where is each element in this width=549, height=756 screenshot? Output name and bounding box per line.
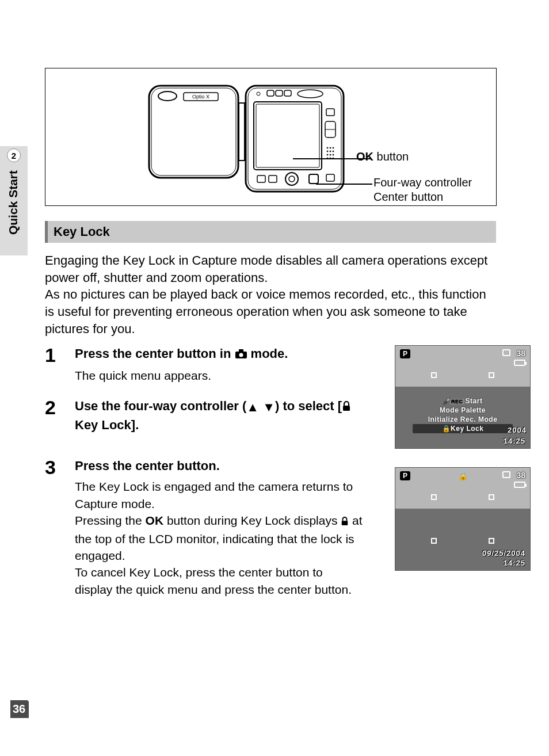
shots-remaining: 38 (516, 349, 525, 358)
svg-point-18 (330, 147, 331, 148)
svg-point-19 (333, 147, 334, 148)
lcd-year: 2004 (508, 426, 527, 434)
shots-remaining: 38 (516, 471, 525, 480)
camera-diagram: Optio X (45, 68, 497, 206)
mode-badge: P (400, 471, 410, 480)
section-heading-key-lock: Key Lock (45, 221, 496, 243)
svg-point-20 (327, 151, 328, 152)
intro-paragraph: Engaging the Key Lock in Capture mode di… (45, 252, 495, 337)
svg-point-23 (327, 154, 328, 155)
lock-icon (342, 399, 351, 417)
step-1-title: Press the center button in mode. (75, 345, 363, 363)
step-2-title: Use the four-way controller (▲ ▼) to sel… (75, 398, 363, 434)
down-arrow-icon: ▼ (262, 399, 275, 417)
svg-point-11 (298, 90, 323, 98)
step-number: 2 (45, 398, 75, 434)
svg-point-17 (327, 147, 328, 148)
quick-menu: 🎤RECStart Mode Palette Initialize Rec. M… (413, 396, 513, 433)
svg-rect-4 (239, 103, 245, 161)
menu-item-key-lock: 🔒Key Lock (413, 424, 513, 433)
battery-icon (514, 482, 525, 488)
step-number: 3 (45, 457, 75, 598)
camera-model-label: Optio X (192, 94, 209, 100)
menu-item-start: 🎤RECStart (413, 396, 513, 406)
lock-icon (341, 513, 349, 530)
chapter-title: Quick Start (6, 170, 20, 235)
lcd-time: 14:25 (504, 437, 525, 445)
lcd-date: 09/25/2004 (482, 549, 525, 558)
step-3-title: Press the center button. (75, 457, 363, 475)
menu-item-init-rec-mode: Initialize Rec. Mode (413, 415, 513, 424)
lcd-time: 14:25 (504, 559, 525, 567)
svg-point-22 (333, 151, 334, 152)
step-number: 1 (45, 345, 75, 384)
camera-icon (235, 349, 247, 363)
svg-point-25 (333, 154, 334, 155)
battery-icon (514, 360, 525, 366)
step-1-desc: The quick menu appears. (75, 367, 363, 384)
chapter-number-badge: 2 (7, 148, 21, 162)
svg-point-2 (158, 91, 177, 101)
lock-indicator-icon: 🔒 (458, 471, 468, 480)
sidebar-tab: 2 Quick Start (0, 146, 28, 255)
svg-rect-38 (343, 406, 350, 411)
menu-item-mode-palette: Mode Palette (413, 406, 513, 415)
page-number: 36 (10, 700, 29, 718)
callout-fourway-center: Four-way controller Center button (373, 175, 472, 204)
svg-rect-36 (239, 349, 243, 352)
camera-illustration: Optio X (143, 80, 350, 195)
step-3-desc: The Key Lock is engaged and the camera r… (75, 478, 363, 598)
lcd-quickmenu-screenshot: P 38 🎤RECStart Mode Palette Initialize R… (395, 345, 531, 449)
svg-rect-39 (342, 521, 348, 525)
callout-ok-button: OK button (356, 150, 409, 163)
svg-point-21 (330, 151, 331, 152)
lcd-keylock-engaged-screenshot: P 🔒 38 09/25/2004 14:25 (395, 467, 531, 571)
up-arrow-icon: ▲ (246, 399, 259, 417)
svg-point-37 (239, 353, 243, 357)
svg-point-24 (330, 154, 331, 155)
memory-card-icon (502, 349, 510, 356)
memory-card-icon (502, 471, 510, 478)
mode-badge: P (400, 349, 410, 358)
